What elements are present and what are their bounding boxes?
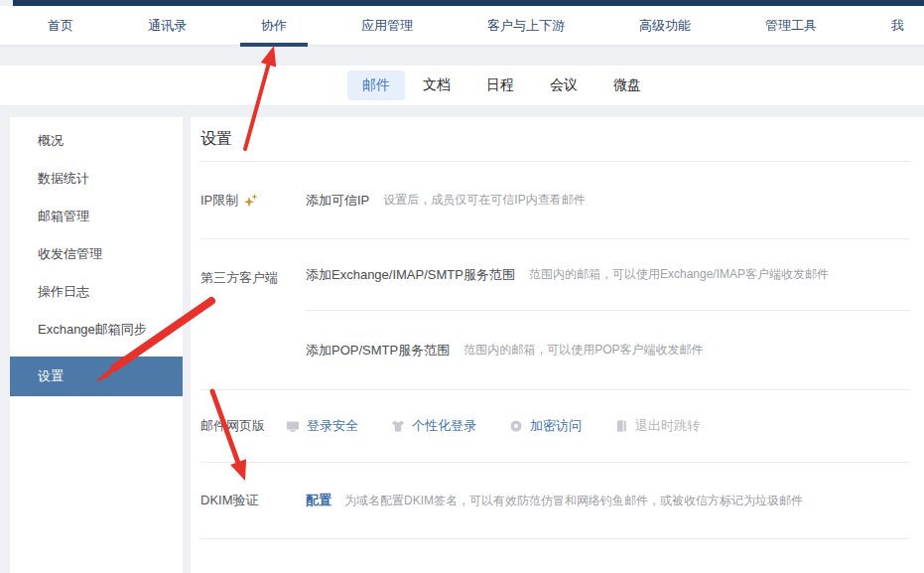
top-nav-item-advanced-features[interactable]: 高级功能 xyxy=(639,17,691,35)
sidebar: 概况 数据统计 邮箱管理 收发信管理 操作日志 Exchange邮箱同步 设置 xyxy=(10,117,183,573)
sidebar-item-statistics[interactable]: 数据统计 xyxy=(10,160,183,198)
sidebar-item-mailbox-management[interactable]: 邮箱管理 xyxy=(10,198,183,235)
ip-restriction-label: IP限制 xyxy=(200,192,238,210)
shield-icon xyxy=(509,419,523,433)
sidebar-item-exchange-sync[interactable]: Exchange邮箱同步 xyxy=(10,311,183,349)
login-security-label: 登录安全 xyxy=(307,417,358,435)
row-description: 范围内的邮箱，可以使用POP客户端收发邮件 xyxy=(463,342,703,358)
sidebar-item-send-receive-management[interactable]: 收发信管理 xyxy=(10,235,183,273)
row-description: 设置后，成员仅可在可信IP内查看邮件 xyxy=(383,192,585,209)
ip-restriction-row: IP限制 添加可信IP 设置后，成员仅可在可信IP内查看邮件 xyxy=(200,162,910,239)
add-exchange-imap-smtp-link[interactable]: 添加Exchange/IMAP/SMTP服务范围 xyxy=(306,266,515,284)
third-party-content: 添加Exchange/IMAP/SMTP服务范围 范围内的邮箱，可以使用Exch… xyxy=(306,239,910,389)
top-nav-item-customers[interactable]: 客户与上下游 xyxy=(487,17,565,35)
top-nav-item-app-management[interactable]: 应用管理 xyxy=(361,17,413,35)
sparkle-icon xyxy=(243,193,260,209)
webmail-row: 邮件网页版 登录安全 个性化登录 加密访问 xyxy=(200,390,910,463)
app-tab-mail[interactable]: 邮件 xyxy=(347,71,405,100)
app-tab-meeting[interactable]: 会议 xyxy=(550,76,578,94)
encrypted-access-link[interactable]: 加密访问 xyxy=(509,417,582,435)
top-nav-item-contacts[interactable]: 通讯录 xyxy=(148,17,187,35)
add-pop-smtp-link[interactable]: 添加POP/SMTP服务范围 xyxy=(306,342,450,359)
personalized-login-link[interactable]: 个性化登录 xyxy=(391,417,476,435)
page-title: 设置 xyxy=(200,129,232,150)
door-icon xyxy=(614,419,628,433)
webmail-label: 邮件网页版 xyxy=(200,417,286,435)
settings-header-row: 设置 xyxy=(200,117,910,162)
webmail-links: 登录安全 个性化登录 加密访问 退出时跳转 xyxy=(286,417,700,435)
add-trusted-ip-link[interactable]: 添加可信IP xyxy=(306,192,369,210)
settings-panel: 设置 IP限制 添加可信IP 设置后，成员仅可在可信IP内查看邮件 第三方客户端… xyxy=(191,117,924,573)
logout-redirect-label: 退出时跳转 xyxy=(635,417,700,435)
login-security-link[interactable]: 登录安全 xyxy=(286,417,358,435)
row-description: 为域名配置DKIM签名，可以有效防范仿冒和网络钓鱼邮件，或被收信方标记为垃圾邮件 xyxy=(344,493,803,509)
third-party-label: 第三方客户端 xyxy=(200,239,306,287)
app-tab-docs[interactable]: 文档 xyxy=(423,76,451,94)
app-tab-bar: 邮件 文档 日程 会议 微盘 xyxy=(0,66,924,106)
row-description: 范围内的邮箱，可以使用Exchange/IMAP客户端收发邮件 xyxy=(529,266,829,283)
tshirt-icon xyxy=(391,419,405,433)
sidebar-item-settings[interactable]: 设置 xyxy=(10,357,183,396)
top-nav: 首页 通讯录 协作 应用管理 客户与上下游 高级功能 管理工具 我 xyxy=(0,6,924,46)
app-tab-calendar[interactable]: 日程 xyxy=(486,76,514,94)
third-party-client-row: 第三方客户端 添加Exchange/IMAP/SMTP服务范围 范围内的邮箱，可… xyxy=(200,239,910,390)
personalized-login-label: 个性化登录 xyxy=(412,417,476,435)
sidebar-item-overview[interactable]: 概况 xyxy=(10,122,183,160)
dkim-label: DKIM验证 xyxy=(200,492,306,509)
monitor-icon xyxy=(286,419,300,433)
logout-redirect-link[interactable]: 退出时跳转 xyxy=(614,417,700,435)
exchange-imap-smtp-subrow: 添加Exchange/IMAP/SMTP服务范围 范围内的邮箱，可以使用Exch… xyxy=(306,239,910,311)
top-nav-item-home[interactable]: 首页 xyxy=(48,17,73,35)
row-label: IP限制 xyxy=(200,192,306,210)
app-tab-drive[interactable]: 微盘 xyxy=(613,76,641,94)
sidebar-item-operation-log[interactable]: 操作日志 xyxy=(10,273,183,311)
top-nav-item-admin-tools[interactable]: 管理工具 xyxy=(765,17,817,35)
dkim-row: DKIM验证 配置 为域名配置DKIM签名，可以有效防范仿冒和网络钓鱼邮件，或被… xyxy=(200,463,910,539)
top-nav-item-me[interactable]: 我 xyxy=(891,17,904,35)
top-nav-item-collaboration[interactable]: 协作 xyxy=(261,17,287,35)
pop-smtp-subrow: 添加POP/SMTP服务范围 范围内的邮箱，可以使用POP客户端收发邮件 xyxy=(306,311,910,389)
encrypted-access-label: 加密访问 xyxy=(530,417,582,435)
dkim-configure-link[interactable]: 配置 xyxy=(306,492,331,509)
